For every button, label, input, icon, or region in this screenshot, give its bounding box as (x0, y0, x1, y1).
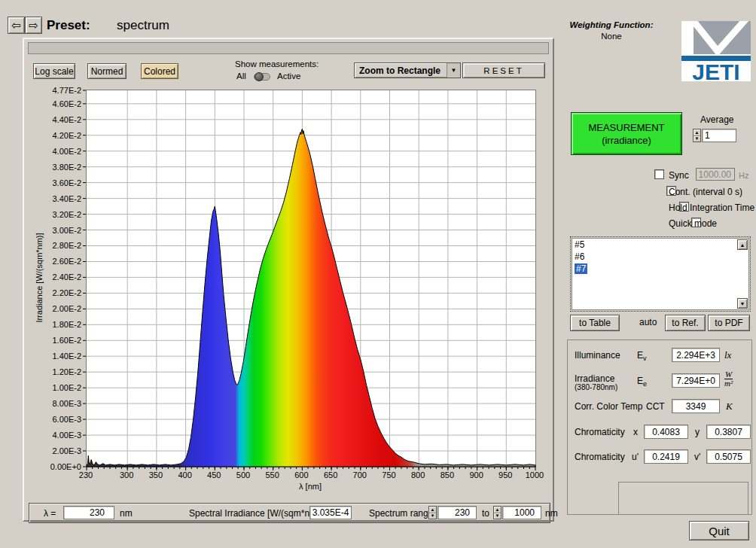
x-tick-label: 500 (228, 470, 258, 480)
range-to-stepper[interactable]: ▲▼ (493, 506, 501, 519)
y-tick-label: 2.80E-2 (24, 241, 81, 250)
continuous-label: Cont. (interval 0 s) (669, 187, 742, 197)
irradiance-sublabel: (380-780nm) (575, 383, 617, 391)
list-item[interactable]: #7 (572, 263, 748, 275)
sync-label: Sync (669, 170, 689, 181)
toggle-knob[interactable] (255, 72, 264, 81)
measurement-listbox[interactable]: #5#6#7 ▲ ▼ (570, 236, 751, 312)
jeti-logo: JETI (681, 21, 751, 81)
x-tick-label: 850 (432, 470, 462, 480)
cct-value: 3349 (672, 399, 720, 413)
y-tick-label: 3.80E-2 (24, 163, 81, 172)
normed-button[interactable]: Normed (87, 63, 127, 79)
irradiance-symbol: Ee (637, 376, 647, 388)
x-tick-label: 900 (462, 470, 492, 480)
x-tick-label: 450 (199, 470, 229, 480)
x-tick-label: 1000 (520, 470, 550, 480)
log-scale-button[interactable]: Log scale (33, 63, 75, 79)
x-tick-label: 750 (373, 470, 404, 480)
y-tick-label: 4.40E-2 (24, 115, 81, 124)
x-axis-labels: 2303003504004505005506006507007508008509… (86, 470, 535, 481)
range-to-label: to (482, 508, 489, 519)
irradiance-value: 7.294E+0 (672, 373, 720, 388)
cct-symbol: CCT (646, 401, 665, 412)
scroll-down-button[interactable]: ▼ (737, 298, 748, 309)
list-item[interactable]: #5 (572, 239, 748, 251)
y-tick-label: 1.80E-2 (24, 320, 81, 329)
chromaticity-y-symbol: y (695, 427, 700, 437)
irradiance-unit: W m² (724, 370, 733, 388)
y-tick-label: 1.40E-2 (24, 352, 81, 361)
lambda-input[interactable]: 230 (63, 506, 114, 519)
average-input[interactable]: 1 (702, 129, 736, 142)
hold-integration-label: Hold Integration Time (669, 202, 754, 213)
y-tick-label: 1.20E-2 (24, 367, 81, 376)
chart-title-strip (28, 42, 549, 54)
measurement-list[interactable]: #5#6#7 ▲ ▼ (572, 238, 749, 310)
irradiance-label: Irradiance (575, 373, 614, 384)
spinner-down-icon: ▼ (429, 513, 436, 519)
scroll-up-icon: ▲ (740, 242, 745, 248)
chromaticity-xy-label: Chromaticity (575, 427, 625, 437)
y-axis-title: Irradiance [W/(sqm*nm)] (35, 90, 45, 466)
spectrum-plot-area[interactable] (86, 90, 536, 467)
scroll-up-button[interactable]: ▲ (737, 239, 748, 250)
y-tick-label: 1.00E-2 (24, 383, 81, 392)
y-tick-label: 4.77E-2 (24, 86, 81, 95)
x-tick-label: 350 (141, 470, 171, 480)
range-unit: nm (545, 508, 558, 519)
x-tick-label: 300 (111, 470, 142, 480)
forward-arrow-icon: ⇨ (29, 19, 38, 32)
illuminance-value: 2.294E+3 (672, 348, 720, 362)
average-stepper[interactable]: ▲▼ (693, 129, 701, 142)
chromaticity-u-symbol: u' (632, 452, 639, 462)
y-tick-label: 2.20E-2 (24, 288, 81, 297)
chromaticity-u-value: 0.2419 (644, 449, 688, 464)
lambda-unit: nm (120, 508, 133, 519)
lambda-label: λ = (44, 508, 56, 519)
to-ref-button[interactable]: to Ref. (665, 315, 706, 331)
chromaticity-uv-label: Chromaticity (575, 452, 625, 462)
y-tick-label: 8.00E-3 (24, 399, 81, 408)
x-tick-label: 950 (490, 470, 520, 480)
quick-mode-label: Quick mode (669, 218, 717, 229)
chevron-down-icon[interactable]: ▼ (447, 63, 460, 78)
x-tick-label: 800 (403, 470, 433, 480)
auto-label: auto (639, 317, 657, 327)
chromaticity-x-symbol: x (633, 427, 638, 437)
chromaticity-x-value: 0.4083 (644, 425, 688, 439)
chromaticity-v-symbol: v' (694, 452, 700, 462)
preset-forward-button[interactable]: ⇨ (25, 17, 42, 34)
range-to-input[interactable]: 1000 (502, 506, 541, 519)
preset-value: spectrum (117, 18, 169, 33)
x-tick-label: 400 (170, 470, 200, 480)
jeti-logo-graphic: JETI (681, 21, 751, 81)
colored-button[interactable]: Colored (141, 63, 178, 79)
to-table-button[interactable]: to Table (570, 315, 620, 331)
illuminance-unit: lx (724, 349, 731, 361)
x-tick-label: 600 (286, 470, 316, 480)
range-from-input[interactable]: 230 (437, 506, 477, 519)
range-from-stepper[interactable]: ▲▼ (428, 506, 437, 519)
list-item[interactable]: #6 (572, 251, 748, 263)
measurement-button[interactable]: MEASUREMENT (irradiance) (571, 112, 682, 155)
chromaticity-v-value: 0.5075 (706, 449, 751, 464)
spectrum-range-label: Spectrum range: (369, 508, 436, 519)
reset-button[interactable]: RESET (462, 62, 545, 78)
empty-status-box (618, 482, 748, 515)
preset-back-button[interactable]: ⇦ (8, 17, 25, 34)
x-axis-title: λ [nm] (86, 482, 535, 491)
preset-label: Preset: (47, 18, 90, 33)
quit-button[interactable]: Quit (689, 521, 749, 540)
zoom-mode-dropdown[interactable]: Zoom to Rectangle ▼ (354, 62, 461, 78)
y-tick-label: 3.60E-2 (24, 178, 81, 187)
scroll-down-icon: ▼ (740, 301, 745, 306)
average-label: Average (700, 114, 733, 125)
cct-unit: K (726, 400, 733, 413)
measurement-button-line2: (irradiance) (602, 134, 651, 147)
show-measurements-toggle[interactable] (254, 73, 270, 81)
spectrum-area (87, 129, 535, 467)
show-active-label: Active (277, 72, 300, 81)
sync-checkbox[interactable] (654, 169, 664, 179)
to-pdf-button[interactable]: to PDF (708, 315, 750, 331)
